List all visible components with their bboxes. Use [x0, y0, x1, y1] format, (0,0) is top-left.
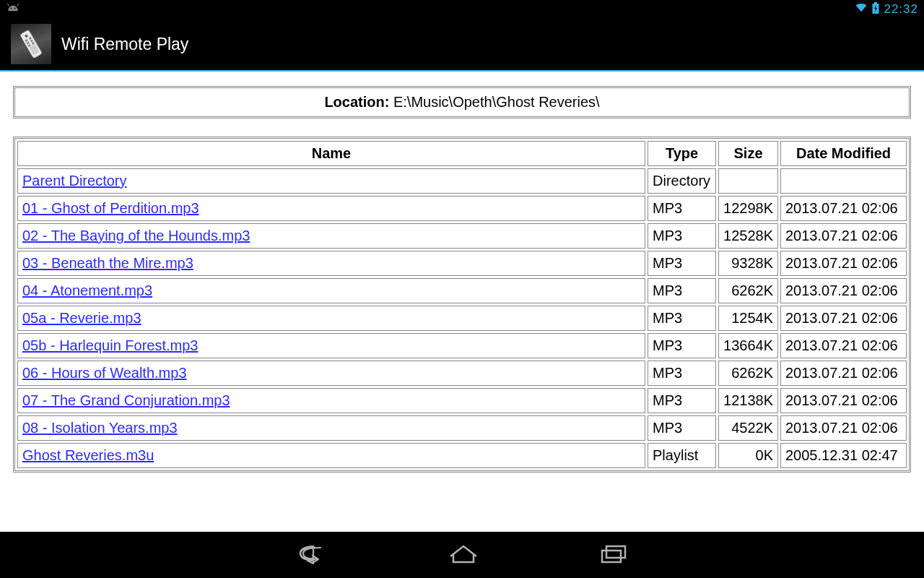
file-size: 12138K — [718, 388, 778, 413]
table-row: 04 - Atonement.mp3MP36262K2013.07.21 02:… — [17, 278, 907, 303]
file-link[interactable]: 06 - Hours of Wealth.mp3 — [22, 365, 187, 381]
file-type: MP3 — [648, 333, 716, 358]
table-row: Parent DirectoryDirectory — [17, 168, 907, 194]
battery-charging-icon — [872, 2, 879, 16]
wifi-icon — [855, 3, 868, 15]
status-bar: 22:32 — [0, 0, 924, 18]
file-size: 9328K — [718, 251, 778, 276]
file-date: 2013.07.21 02:06 — [780, 196, 907, 221]
file-link[interactable]: 03 - Beneath the Mire.mp3 — [22, 255, 193, 271]
file-type: MP3 — [648, 278, 716, 303]
file-date — [780, 168, 907, 194]
app-title: Wifi Remote Play — [61, 35, 188, 54]
file-link[interactable]: Ghost Reveries.m3u — [22, 447, 154, 463]
svg-point-0 — [11, 7, 12, 9]
file-type: MP3 — [648, 388, 716, 413]
file-date: 2013.07.21 02:06 — [780, 388, 907, 413]
file-link[interactable]: 04 - Atonement.mp3 — [22, 282, 152, 298]
file-type: MP3 — [648, 361, 716, 386]
file-type: MP3 — [648, 306, 716, 331]
table-row: Ghost Reveries.m3uPlaylist0K2005.12.31 0… — [17, 443, 907, 468]
table-row: 03 - Beneath the Mire.mp3MP39328K2013.07… — [17, 251, 907, 276]
content-area: Location: E:\Music\Opeth\Ghost Reveries\… — [0, 72, 924, 487]
clock: 22:32 — [884, 2, 918, 17]
file-size — [718, 168, 778, 194]
location-path: E:\Music\Opeth\Ghost Reveries\ — [393, 94, 600, 110]
svg-rect-2 — [874, 2, 877, 4]
svg-rect-14 — [606, 546, 625, 558]
col-header-name: Name — [17, 141, 645, 166]
svg-point-1 — [14, 7, 16, 9]
file-size: 1254K — [718, 306, 778, 331]
file-size: 0K — [718, 443, 778, 468]
file-date: 2005.12.31 02:47 — [780, 443, 907, 468]
table-row: 06 - Hours of Wealth.mp3MP36262K2013.07.… — [17, 361, 907, 386]
file-size: 12298K — [718, 196, 778, 221]
table-row: 08 - Isolation Years.mp3MP34522K2013.07.… — [17, 415, 907, 441]
col-header-size: Size — [718, 141, 778, 166]
file-type: MP3 — [648, 251, 716, 276]
file-size: 4522K — [718, 415, 778, 441]
file-date: 2013.07.21 02:06 — [780, 278, 907, 303]
table-row: 07 - The Grand Conjuration.mp3MP312138K2… — [17, 388, 907, 413]
app-bar: Wifi Remote Play — [0, 18, 924, 72]
file-link[interactable]: 02 - The Baying of the Hounds.mp3 — [22, 228, 250, 243]
file-link[interactable]: 08 - Isolation Years.mp3 — [22, 420, 178, 436]
file-size: 6262K — [718, 361, 778, 386]
file-size: 6262K — [718, 278, 778, 303]
svg-rect-4 — [19, 30, 42, 59]
file-type: MP3 — [648, 223, 716, 249]
recent-apps-button[interactable] — [596, 542, 631, 568]
file-size: 13664K — [718, 333, 778, 358]
file-link[interactable]: 05a - Reverie.mp3 — [22, 310, 141, 326]
app-icon — [11, 24, 51, 64]
android-icon — [6, 2, 20, 16]
file-date: 2013.07.21 02:06 — [780, 415, 907, 441]
home-button[interactable] — [446, 542, 481, 568]
table-row: 05b - Harlequin Forest.mp3MP313664K2013.… — [17, 333, 907, 358]
file-date: 2013.07.21 02:06 — [780, 223, 907, 249]
table-row: 01 - Ghost of Perdition.mp3MP312298K2013… — [17, 196, 907, 221]
file-link[interactable]: 01 - Ghost of Perdition.mp3 — [22, 200, 199, 216]
file-link[interactable]: 05b - Harlequin Forest.mp3 — [22, 337, 198, 353]
file-date: 2013.07.21 02:06 — [780, 333, 907, 358]
col-header-type: Type — [648, 141, 716, 166]
file-date: 2013.07.21 02:06 — [780, 306, 907, 331]
file-type: MP3 — [648, 196, 716, 221]
file-type: Directory — [648, 168, 716, 194]
col-header-date: Date Modified — [780, 141, 907, 166]
back-button[interactable] — [293, 542, 331, 568]
location-label: Location: — [324, 94, 389, 110]
file-size: 12528K — [718, 223, 778, 249]
file-type: Playlist — [648, 443, 716, 468]
svg-rect-13 — [602, 551, 621, 562]
table-row: 02 - The Baying of the Hounds.mp3MP31252… — [17, 223, 907, 249]
nav-bar — [0, 532, 924, 578]
file-type: MP3 — [648, 415, 716, 441]
file-link[interactable]: Parent Directory — [22, 173, 127, 189]
file-link[interactable]: 07 - The Grand Conjuration.mp3 — [22, 392, 230, 408]
file-date: 2013.07.21 02:06 — [780, 251, 907, 276]
file-date: 2013.07.21 02:06 — [780, 361, 907, 386]
location-box: Location: E:\Music\Opeth\Ghost Reveries\ — [13, 86, 911, 118]
file-table: Name Type Size Date Modified Parent Dire… — [13, 137, 911, 473]
table-row: 05a - Reverie.mp3MP31254K2013.07.21 02:0… — [17, 306, 907, 331]
